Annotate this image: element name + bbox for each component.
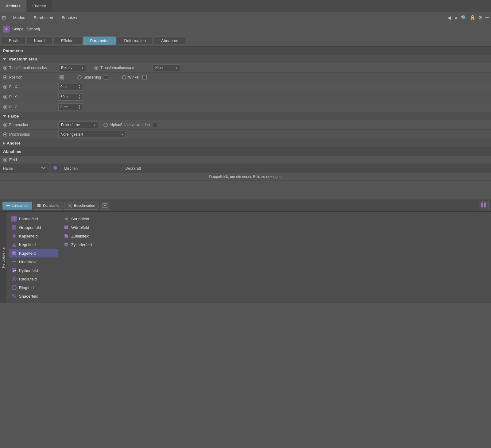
col-deckkraft: Deckkraft [122, 164, 491, 173]
svg-rect-22 [14, 294, 16, 296]
btn-linearfeld[interactable]: Linearfeld [2, 202, 32, 210]
transformationsmodus-radio[interactable] [3, 66, 7, 70]
abnahme-header: Abnahme [0, 147, 491, 156]
forward-icon[interactable]: ▲ [454, 15, 458, 21]
py-input[interactable]: 50 cm ▲ ▼ [58, 93, 83, 101]
kapselfeld-icon [11, 233, 17, 239]
tab-attribute[interactable]: Attribute [0, 0, 26, 12]
parameter-section-header: Parameter [0, 47, 491, 55]
gruppenfeld-icon [11, 225, 17, 230]
winkel-radio[interactable] [122, 75, 126, 79]
farbmodus-dropdown[interactable]: Felderfarbe ▾ [58, 122, 98, 128]
subtab-effektor[interactable]: Effektor [54, 37, 82, 45]
menu-modus[interactable]: Modus [9, 14, 29, 21]
position-label: Position [9, 75, 58, 79]
field-item-wuerfelfeld[interactable]: Würfelfeld [61, 223, 110, 232]
back-icon[interactable]: ◀ [447, 15, 451, 21]
btn-konstante[interactable]: Konstante [33, 202, 63, 210]
field-item-kugelfeld[interactable]: Kugelfeld [9, 249, 58, 257]
menu-icon[interactable]: ☰ [485, 15, 489, 21]
linearfeld-icon [6, 203, 11, 208]
winkel-checkbox[interactable] [142, 75, 147, 79]
subtab-deformation[interactable]: Deformation [117, 37, 153, 45]
svg-rect-6 [481, 203, 483, 205]
svg-point-2 [53, 166, 57, 170]
andere-group-header[interactable]: Andere [0, 139, 491, 147]
subtab-parameter[interactable]: Parameter [83, 37, 116, 45]
field-item-linearfeld[interactable]: Linearfeld [9, 257, 58, 266]
field-item-zufallsfeld[interactable]: Zufallsfeld [61, 232, 110, 240]
position-row: Position Skalierung Winkel [0, 73, 491, 82]
transformieren-group-header[interactable]: Transformieren [0, 55, 491, 63]
top-tab-bar: Attribute Ebenen [0, 0, 491, 12]
mischmodus-label: Mischmodus [9, 132, 58, 137]
mischmodus-dropdown[interactable]: Voreingestellt ▾ [58, 131, 126, 138]
svg-point-11 [13, 234, 16, 238]
kugelfeld-icon [11, 250, 17, 256]
farbe-triangle [3, 115, 6, 117]
svg-rect-8 [481, 205, 483, 207]
subtab-abnahme[interactable]: Abnahme [154, 37, 185, 45]
position-checkbox[interactable] [60, 75, 64, 79]
farbmodus-radio[interactable] [3, 123, 7, 127]
zylinderfeld-icon [64, 242, 69, 247]
field-item-ringfeld[interactable]: Ringfeld [9, 283, 58, 292]
transformationsraum-radio[interactable] [94, 66, 99, 70]
svg-point-13 [12, 251, 16, 255]
menu-right-icons: ◀ ▲ 🔍 🔒 ⚙ ☰ [447, 15, 489, 21]
px-row: P . X . . 0 cm ▲ ▼ [0, 82, 491, 92]
formelfeld-icon: f [11, 216, 17, 222]
btn-add[interactable] [100, 202, 110, 210]
skalierung-checkbox[interactable] [104, 75, 108, 79]
svg-point-30 [66, 236, 67, 237]
menu-benutzer[interactable]: Benutzer [57, 14, 82, 21]
tab-ebenen[interactable]: Ebenen [26, 0, 52, 12]
field-item-kapselfeld[interactable]: Kapselfeld [9, 232, 58, 240]
col-name: Name [0, 164, 37, 173]
field-item-soundfeld[interactable]: Soundfeld [61, 214, 110, 223]
field-item-zylinderfeld[interactable]: Zylinderfeld [61, 240, 110, 249]
sub-tab-bar: Basis Koord. Effektor Parameter Deformat… [0, 35, 491, 47]
py-down[interactable]: ▼ [78, 97, 81, 99]
field-table: Name Mischen Deckkraft Doppelklick, um e… [0, 164, 491, 181]
field-item-pythonfeld[interactable]: py Pythonfeld [9, 266, 58, 275]
svg-rect-26 [64, 226, 68, 229]
menu-bearbeiten[interactable]: Bearbeiten [29, 14, 57, 21]
winkel-label: Winkel [128, 75, 139, 79]
field-item-formelfeld[interactable]: f Formelfeld [9, 214, 58, 223]
skalierung-label: Skalierung [83, 75, 101, 79]
py-radio[interactable] [3, 95, 7, 99]
transformieren-triangle [3, 58, 6, 60]
px-input[interactable]: 0 cm ▲ ▼ [58, 83, 83, 91]
svg-rect-7 [484, 203, 486, 205]
transformationsmodus-dropdown[interactable]: Relativ ▾ [58, 64, 86, 71]
subtab-basis[interactable]: Basis [2, 37, 26, 45]
alpha-checkbox[interactable] [153, 123, 157, 127]
field-item-gruppenfeld[interactable]: Gruppenfeld [9, 223, 58, 232]
btn-right-grid[interactable] [479, 201, 489, 210]
feldobjekte-label: Feldobjekte [0, 212, 6, 303]
lock-icon[interactable]: 🔒 [470, 15, 476, 21]
subtab-koord[interactable]: Koord. [27, 37, 53, 45]
btn-beschneiden[interactable]: Beschneiden [64, 202, 99, 210]
px-down[interactable]: ▼ [78, 87, 81, 89]
search-icon[interactable]: 🔍 [461, 15, 467, 21]
field-item-radialfeld[interactable]: Radialfeld [9, 275, 58, 283]
svg-text:py: py [13, 269, 16, 272]
svg-rect-3 [6, 205, 10, 206]
feld-radio[interactable] [3, 158, 7, 162]
skalierung-radio[interactable] [77, 75, 82, 79]
pz-radio[interactable] [3, 105, 7, 109]
pz-down[interactable]: ▼ [78, 107, 81, 110]
position-radio[interactable] [3, 75, 7, 79]
px-radio[interactable] [3, 85, 7, 89]
farbe-group-header[interactable]: Farbe [0, 112, 491, 120]
mischmodus-radio[interactable] [3, 132, 7, 137]
transformationsraum-dropdown[interactable]: Klon ▾ [153, 64, 180, 71]
field-item-kegelfeld[interactable]: Kegelfeld [9, 240, 58, 249]
alpha-radio[interactable] [103, 123, 108, 127]
pz-input[interactable]: 0 cm ▲ ▼ [58, 103, 83, 111]
field-item-shaderfeld[interactable]: Shaderfeld [9, 292, 58, 300]
svg-rect-10 [12, 225, 16, 230]
settings-icon[interactable]: ⚙ [478, 15, 482, 21]
